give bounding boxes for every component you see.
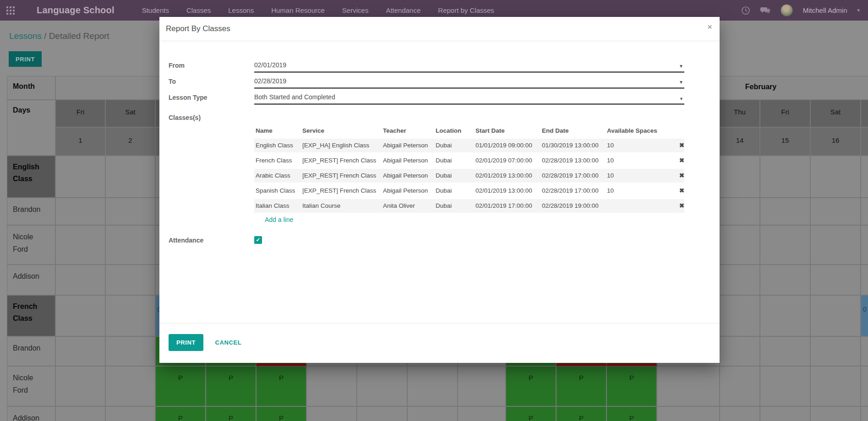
to-date-input[interactable]: 02/28/2019 ▼ [254,76,684,89]
class-row-label: French Class [7,295,55,336]
nav-item-lessons[interactable]: Lessons [228,6,254,14]
report-cell [810,336,861,366]
class-row-start[interactable]: 02/01/2019 07:00:00 [474,153,540,168]
col-header-end-date[interactable]: End Date [540,113,606,139]
nav-item-services[interactable]: Services [342,6,369,14]
class-row-start[interactable]: 02/01/2019 13:00:00 [474,168,540,184]
report-cell [458,366,506,406]
day-name-cell: Sat [810,100,861,127]
class-row-spaces[interactable]: 10 [606,139,673,153]
report-cell [760,264,810,295]
class-row-start[interactable]: 02/01/2019 13:00:00 [474,184,540,199]
messages-icon[interactable] [760,6,770,15]
to-caret-icon[interactable]: ▼ [679,80,683,85]
breadcrumb-separator: / [42,31,49,41]
class-row-name[interactable]: French Class [254,153,301,168]
class-row[interactable]: English Class[EXP_HA] English ClassAbiga… [254,139,684,153]
class-row-teacher[interactable]: Abigail Peterson [382,139,434,153]
attendance-field-row: Attendance ✓ [169,236,720,244]
modal-print-button[interactable]: PRINT [169,334,203,351]
add-a-line-link[interactable]: Add a line [265,216,293,223]
class-row-end[interactable]: 02/28/2019 19:00:00 [540,199,606,214]
modal-body: From 02/01/2019 ▼ To 02/28/2019 ▼ Lesson… [159,41,720,244]
report-cell [105,295,155,336]
col-header-name[interactable]: Name [254,113,301,139]
class-row[interactable]: Italian ClassItalian CourseAnita OliverD… [254,199,684,214]
delete-row-icon[interactable]: ✖ [673,139,684,153]
class-row-name[interactable]: English Class [254,139,301,153]
class-row-location[interactable]: Dubai [434,139,474,153]
col-header-available-spaces[interactable]: Available Spaces [606,113,673,139]
class-row-location[interactable]: Dubai [434,153,474,168]
class-row-end[interactable]: 02/28/2019 17:00:00 [540,168,606,184]
class-row-location[interactable]: Dubai [434,184,474,199]
class-row-name[interactable]: Italian Class [254,199,301,214]
class-row[interactable]: Arabic Class[EXP_REST] French ClassAbiga… [254,168,684,184]
from-date-input[interactable]: 02/01/2019 ▼ [254,59,684,73]
class-row[interactable]: French Class[EXP_REST] French ClassAbiga… [254,153,684,168]
col-header-service[interactable]: Service [301,113,382,139]
class-row-teacher[interactable]: Abigail Peterson [382,168,434,184]
modal-title: Report By Classes [166,24,230,33]
report-cell [760,406,810,421]
class-row-service[interactable]: Italian Course [301,199,382,214]
apps-grid-icon[interactable] [0,6,21,15]
report-cell [861,336,868,366]
report-cell [306,406,357,421]
class-row-name[interactable]: Arabic Class [254,168,301,184]
class-row-end[interactable]: 01/30/2019 13:00:00 [540,139,606,153]
delete-row-icon[interactable]: ✖ [673,168,684,184]
class-row-spaces[interactable]: 10 [606,168,673,184]
breadcrumb-lessons-link[interactable]: Lessons [9,31,42,41]
class-row-service[interactable]: [EXP_REST] French Class [301,153,382,168]
day-number-cell: 16 [810,127,861,156]
class-row-end[interactable]: 02/28/2019 17:00:00 [540,184,606,199]
class-row-location[interactable]: Dubai [434,199,474,214]
from-caret-icon[interactable]: ▼ [679,64,683,69]
close-icon[interactable]: × [707,22,712,31]
class-row-service[interactable]: [EXP_HA] English Class [301,139,382,153]
class-row-end[interactable]: 02/28/2019 13:00:00 [540,153,606,168]
user-avatar[interactable] [781,4,793,16]
delete-row-icon[interactable]: ✖ [673,184,684,199]
report-cell [105,264,155,295]
class-row-teacher[interactable]: Abigail Peterson [382,153,434,168]
report-cell [55,366,105,406]
page-print-button[interactable]: PRINT [9,51,42,67]
lesson-type-caret-icon[interactable]: ▼ [679,97,683,101]
activity-clock-icon[interactable] [741,6,750,15]
report-cell [105,366,155,406]
modal-cancel-button[interactable]: CANCEL [215,339,241,346]
nav-item-human-resource[interactable]: Human Resource [271,6,325,14]
app-brand[interactable]: Language School [37,5,115,16]
class-row-spaces[interactable]: 10 [606,184,673,199]
user-menu-caret-icon[interactable]: ▾ [857,7,860,13]
class-row-service[interactable]: [EXP_REST] French Class [301,168,382,184]
nav-item-report-by-classes[interactable]: Report by Classes [438,6,494,14]
class-row-start[interactable]: 01/01/2019 09:00:00 [474,139,540,153]
nav-item-attendance[interactable]: Attendance [386,6,420,14]
col-header-location[interactable]: Location [434,113,474,139]
nav-item-students[interactable]: Students [142,6,169,14]
class-row-location[interactable]: Dubai [434,168,474,184]
user-name[interactable]: Mitchell Admin [803,6,847,14]
report-cell [810,406,861,421]
col-header-start-date[interactable]: Start Date [474,113,540,139]
class-row-name[interactable]: Spanish Class [254,184,301,199]
attendance-checkbox[interactable]: ✓ [254,236,262,244]
col-header-teacher[interactable]: Teacher [382,113,434,139]
report-cell [760,225,810,264]
delete-row-icon[interactable]: ✖ [673,199,684,214]
class-row[interactable]: Spanish Class[EXP_REST] French ClassAbig… [254,184,684,199]
lesson-type-select[interactable]: Both Started and Completed ▼ [254,92,684,105]
class-row-service[interactable]: [EXP_REST] French Class [301,184,382,199]
nav-item-classes[interactable]: Classes [186,6,211,14]
class-row-start[interactable]: 02/01/2019 17:00:00 [474,199,540,214]
report-cell [720,336,760,366]
class-row-teacher[interactable]: Anita Oliver [382,199,434,214]
class-row-spaces[interactable] [606,199,673,214]
delete-row-icon[interactable]: ✖ [673,153,684,168]
class-row-spaces[interactable]: 10 [606,153,673,168]
class-row-teacher[interactable]: Abigail Peterson [382,184,434,199]
present-cell: P [256,406,306,421]
